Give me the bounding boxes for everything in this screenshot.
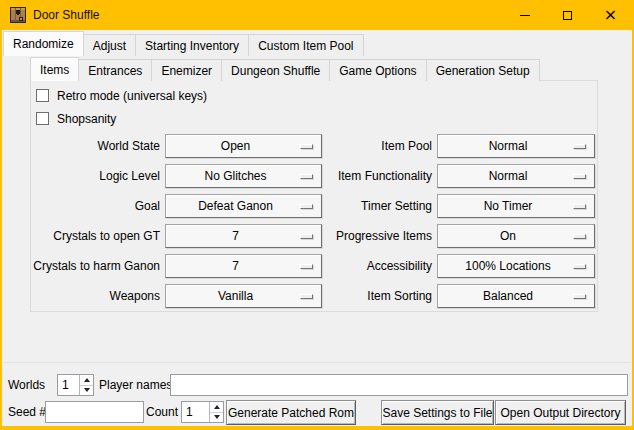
item-pool-dropdown[interactable]: Normal xyxy=(437,134,595,158)
item-sorting-label: Item Sorting xyxy=(302,284,432,308)
tab-generation-setup-label: Generation Setup xyxy=(436,64,530,78)
item-sorting-dropdown[interactable]: Balanced xyxy=(437,284,595,308)
count-value: 1 xyxy=(186,402,193,422)
retro-mode-row: Retro mode (universal keys) xyxy=(36,87,207,104)
dropdown-indicator-icon xyxy=(573,144,586,149)
spin-down-button[interactable] xyxy=(80,386,93,396)
worlds-label: Worlds xyxy=(8,374,45,396)
item-functionality-dropdown[interactable]: Normal xyxy=(437,164,595,188)
tab-game-options-label: Game Options xyxy=(339,64,416,78)
item-sorting-value: Balanced xyxy=(483,289,533,303)
titlebar: Door Shuffle × xyxy=(0,0,634,30)
timer-setting-value: No Timer xyxy=(484,199,533,213)
arrow-down-icon xyxy=(214,415,220,419)
minimize-button[interactable] xyxy=(503,0,546,30)
goal-dropdown[interactable]: Defeat Ganon xyxy=(165,194,322,218)
spin-up-button[interactable] xyxy=(210,402,223,413)
tab-items-label: Items xyxy=(40,63,69,77)
door-icon xyxy=(10,7,26,23)
close-button[interactable]: × xyxy=(589,0,632,30)
tab-adjust[interactable]: Adjust xyxy=(83,34,136,56)
timer-setting-label: Timer Setting xyxy=(302,194,432,218)
crystals-gt-label: Crystals to open GT xyxy=(32,224,160,248)
logic-level-dropdown[interactable]: No Glitches xyxy=(165,164,322,188)
dropdown-indicator-icon xyxy=(573,204,586,209)
tab-dungeon-shuffle[interactable]: Dungeon Shuffle xyxy=(221,59,330,81)
minimize-icon xyxy=(520,15,530,16)
open-output-directory-button[interactable]: Open Output Directory xyxy=(495,400,626,425)
maximize-button[interactable] xyxy=(546,0,589,30)
goal-value: Defeat Ganon xyxy=(198,199,273,213)
weapons-label: Weapons xyxy=(32,284,160,308)
crystals-ganon-dropdown[interactable]: 7 xyxy=(165,254,322,278)
crystals-gt-value: 7 xyxy=(232,229,239,243)
item-functionality-label: Item Functionality xyxy=(302,164,432,188)
tab-generation-setup[interactable]: Generation Setup xyxy=(426,59,540,81)
retro-mode-checkbox[interactable] xyxy=(36,89,49,102)
item-pool-label: Item Pool xyxy=(302,134,432,158)
save-settings-button[interactable]: Save Settings to File xyxy=(381,400,494,425)
dropdown-indicator-icon xyxy=(573,234,586,239)
shopsanity-checkbox[interactable] xyxy=(36,112,49,125)
crystals-gt-dropdown[interactable]: 7 xyxy=(165,224,322,248)
progressive-items-value: On xyxy=(500,229,516,243)
tab-randomize[interactable]: Randomize xyxy=(3,31,84,56)
client-area: Randomize Adjust Starting Inventory Cust… xyxy=(2,30,632,426)
retro-mode-label: Retro mode (universal keys) xyxy=(57,89,207,103)
spinner-arrows xyxy=(209,402,223,422)
shopsanity-row: Shopsanity xyxy=(36,110,116,127)
tab-custom-item-pool[interactable]: Custom Item Pool xyxy=(248,34,363,56)
dropdown-indicator-icon xyxy=(573,264,586,269)
seed-label: Seed # xyxy=(8,401,46,423)
progressive-items-dropdown[interactable]: On xyxy=(437,224,595,248)
crystals-ganon-value: 7 xyxy=(232,259,239,273)
tab-dungeon-shuffle-label: Dungeon Shuffle xyxy=(231,64,320,78)
main-tab-bar: Randomize Adjust Starting Inventory Cust… xyxy=(3,31,364,56)
player-names-input[interactable] xyxy=(170,374,628,396)
weapons-value: Vanilla xyxy=(218,289,253,303)
crystals-ganon-label: Crystals to harm Ganon xyxy=(32,254,160,278)
accessibility-label: Accessibility xyxy=(302,254,432,278)
world-state-value: Open xyxy=(221,139,250,153)
count-spinner[interactable]: 1 xyxy=(181,401,224,423)
tab-enemizer[interactable]: Enemizer xyxy=(151,59,222,81)
accessibility-dropdown[interactable]: 100% Locations xyxy=(437,254,595,278)
progressive-items-label: Progressive Items xyxy=(302,224,432,248)
tab-items[interactable]: Items xyxy=(30,57,79,81)
shopsanity-label: Shopsanity xyxy=(57,112,116,126)
spin-down-button[interactable] xyxy=(210,413,223,423)
window-controls: × xyxy=(503,0,632,30)
window-title: Door Shuffle xyxy=(33,0,100,30)
logic-level-label: Logic Level xyxy=(32,164,160,188)
tab-entrances[interactable]: Entrances xyxy=(78,59,152,81)
count-label: Count xyxy=(146,401,178,423)
spin-up-button[interactable] xyxy=(80,375,93,386)
close-icon: × xyxy=(604,7,617,23)
tab-entrances-label: Entrances xyxy=(88,64,142,78)
worlds-value: 1 xyxy=(62,375,69,395)
sub-tab-bar: Items Entrances Enemizer Dungeon Shuffle… xyxy=(30,57,540,81)
arrow-up-icon xyxy=(214,405,220,409)
goal-label: Goal xyxy=(32,194,160,218)
tab-custom-item-pool-label: Custom Item Pool xyxy=(258,39,353,53)
world-state-dropdown[interactable]: Open xyxy=(165,134,322,158)
tab-game-options[interactable]: Game Options xyxy=(329,59,426,81)
generate-patched-rom-button[interactable]: Generate Patched Rom xyxy=(226,400,356,425)
timer-setting-dropdown[interactable]: No Timer xyxy=(437,194,595,218)
weapons-dropdown[interactable]: Vanilla xyxy=(165,284,322,308)
tab-starting-inventory-label: Starting Inventory xyxy=(145,39,239,53)
logic-level-value: No Glitches xyxy=(204,169,266,183)
maximize-icon xyxy=(563,11,572,20)
player-names-label: Player names xyxy=(99,374,172,396)
arrow-down-icon xyxy=(84,388,90,392)
tab-adjust-label: Adjust xyxy=(93,39,126,53)
worlds-spinner[interactable]: 1 xyxy=(57,374,94,396)
world-state-label: World State xyxy=(32,134,160,158)
arrow-up-icon xyxy=(84,378,90,382)
window: Door Shuffle × Randomize Adjust Starting… xyxy=(0,0,634,430)
dropdown-indicator-icon xyxy=(573,294,586,299)
tab-starting-inventory[interactable]: Starting Inventory xyxy=(135,34,249,56)
seed-input[interactable] xyxy=(45,401,144,423)
notebook-bottom-edge xyxy=(3,362,631,363)
item-functionality-value: Normal xyxy=(489,169,528,183)
